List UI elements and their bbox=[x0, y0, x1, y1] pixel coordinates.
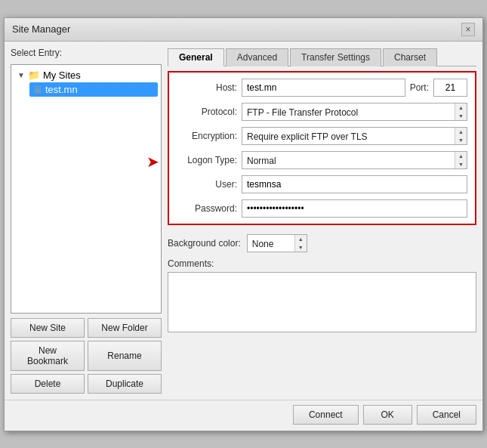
close-icon: × bbox=[465, 24, 470, 35]
password-label: Password: bbox=[177, 203, 237, 214]
red-arrow-indicator: ➤ bbox=[146, 153, 159, 171]
rename-button[interactable]: Rename bbox=[88, 341, 162, 371]
bg-color-value: None bbox=[248, 235, 294, 252]
duplicate-button[interactable]: Duplicate bbox=[88, 374, 162, 394]
tab-charset[interactable]: Charset bbox=[383, 48, 437, 66]
form-area: Host: Port: Protocol: FTP - File Transfe… bbox=[168, 71, 476, 225]
bottom-buttons: Connect OK Cancel bbox=[5, 400, 482, 431]
logon-type-arrows: ▲ ▼ bbox=[455, 152, 467, 168]
protocol-label: Protocol: bbox=[177, 107, 237, 117]
password-input[interactable] bbox=[242, 199, 467, 218]
logon-type-select[interactable]: Normal ▲ ▼ bbox=[242, 151, 467, 169]
bg-color-arrows: ▲ ▼ bbox=[294, 235, 307, 252]
port-input[interactable] bbox=[433, 79, 467, 97]
comments-label: Comments: bbox=[168, 258, 476, 269]
protocol-down-arrow[interactable]: ▼ bbox=[455, 112, 467, 120]
bg-color-up-arrow[interactable]: ▲ bbox=[295, 235, 307, 243]
dialog-body: Select Entry: ▼ 📁 My Sites 🖥 test.mn New… bbox=[5, 42, 482, 400]
comments-section: Comments: bbox=[168, 258, 476, 332]
cancel-button[interactable]: Cancel bbox=[417, 405, 476, 425]
user-row: User: bbox=[177, 175, 467, 193]
logon-type-label: Logon Type: bbox=[177, 155, 237, 165]
connect-button[interactable]: Connect bbox=[293, 405, 359, 425]
bg-color-select[interactable]: None ▲ ▼ bbox=[247, 234, 307, 252]
host-label: Host: bbox=[177, 82, 237, 93]
folder-icon: 📁 bbox=[28, 70, 40, 81]
select-entry-label: Select Entry: bbox=[11, 48, 162, 58]
bg-color-row: Background color: None ▲ ▼ bbox=[168, 234, 476, 252]
tree-root: ▼ 📁 My Sites 🖥 test.mn bbox=[14, 68, 158, 97]
dialog-title: Site Manager bbox=[12, 23, 70, 35]
new-folder-button[interactable]: New Folder bbox=[88, 318, 162, 338]
encryption-arrows: ▲ ▼ bbox=[455, 128, 467, 144]
encryption-label: Encryption: bbox=[177, 131, 237, 141]
tabs-bar: General Advanced Transfer Settings Chars… bbox=[168, 48, 476, 66]
protocol-arrows: ▲ ▼ bbox=[455, 104, 467, 120]
tab-transfer-settings[interactable]: Transfer Settings bbox=[290, 48, 381, 66]
tree-root-item[interactable]: ▼ 📁 My Sites bbox=[14, 68, 158, 82]
new-site-button[interactable]: New Site bbox=[11, 318, 85, 338]
delete-button[interactable]: Delete bbox=[11, 374, 85, 394]
ok-button[interactable]: OK bbox=[363, 405, 412, 425]
tree-child-item[interactable]: 🖥 test.mn bbox=[29, 82, 158, 97]
right-panel: General Advanced Transfer Settings Chars… bbox=[168, 48, 476, 394]
tab-general[interactable]: General bbox=[168, 48, 224, 66]
left-panel: Select Entry: ▼ 📁 My Sites 🖥 test.mn New… bbox=[11, 48, 162, 394]
protocol-value: FTP - File Transfer Protocol bbox=[242, 104, 455, 120]
new-bookmark-button[interactable]: New Bookmark bbox=[11, 341, 85, 371]
tab-advanced[interactable]: Advanced bbox=[226, 48, 288, 66]
protocol-row: Protocol: FTP - File Transfer Protocol ▲… bbox=[177, 103, 467, 121]
logon-type-row: Logon Type: Normal ▲ ▼ bbox=[177, 151, 467, 169]
tree-expand-arrow: ▼ bbox=[17, 71, 25, 79]
tree-child-label: test.mn bbox=[45, 84, 78, 95]
user-input[interactable] bbox=[242, 175, 467, 193]
password-row: Password: bbox=[177, 199, 467, 218]
logon-type-value: Normal bbox=[242, 152, 455, 168]
logon-type-up-arrow[interactable]: ▲ bbox=[455, 152, 467, 160]
port-label: Port: bbox=[410, 82, 429, 93]
host-input[interactable] bbox=[242, 79, 405, 97]
tree-root-label: My Sites bbox=[43, 70, 81, 81]
site-icon: 🖥 bbox=[32, 84, 42, 95]
title-bar: Site Manager × bbox=[5, 18, 482, 42]
form-wrapper: ➤ Host: Port: Protocol: FTP - File Trans… bbox=[168, 71, 476, 225]
protocol-select[interactable]: FTP - File Transfer Protocol ▲ ▼ bbox=[242, 103, 467, 121]
encryption-down-arrow[interactable]: ▼ bbox=[455, 136, 467, 144]
encryption-row: Encryption: Require explicit FTP over TL… bbox=[177, 127, 467, 145]
comments-textarea[interactable] bbox=[168, 272, 476, 332]
encryption-value: Require explicit FTP over TLS bbox=[242, 128, 455, 144]
encryption-up-arrow[interactable]: ▲ bbox=[455, 128, 467, 136]
extra-settings: Background color: None ▲ ▼ Comments: bbox=[168, 230, 476, 337]
site-manager-dialog: Site Manager × Select Entry: ▼ 📁 My Site… bbox=[4, 17, 483, 431]
encryption-select[interactable]: Require explicit FTP over TLS ▲ ▼ bbox=[242, 127, 467, 145]
protocol-up-arrow[interactable]: ▲ bbox=[455, 104, 467, 112]
bg-color-down-arrow[interactable]: ▼ bbox=[295, 243, 307, 252]
left-buttons: New Site New Folder New Bookmark Rename … bbox=[11, 318, 162, 394]
host-row: Host: Port: bbox=[177, 79, 467, 97]
user-label: User: bbox=[177, 179, 237, 190]
tree-view[interactable]: ▼ 📁 My Sites 🖥 test.mn bbox=[11, 64, 162, 314]
bg-color-label: Background color: bbox=[168, 238, 241, 249]
close-button[interactable]: × bbox=[461, 23, 475, 36]
logon-type-down-arrow[interactable]: ▼ bbox=[455, 160, 467, 168]
